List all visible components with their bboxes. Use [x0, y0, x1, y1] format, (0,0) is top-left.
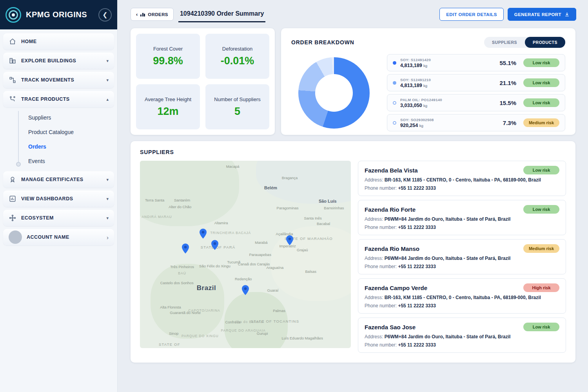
order-breakdown-title: ORDER BREAKDOWN — [291, 39, 354, 45]
avatar — [9, 230, 22, 244]
product-percent: 21.1% — [499, 80, 516, 86]
topbar-actions: EDIT ORDER DETAILS GENERATE REPORT — [439, 8, 576, 21]
stat-value: 12m — [157, 105, 178, 118]
map-label: TRINCHEIRA BACAJÁ — [210, 231, 251, 235]
sidebar-item-events[interactable]: Events — [28, 154, 114, 168]
sidebar-item-manage-certificates[interactable]: MANAGE CERTIFICATES ▾ — [3, 171, 114, 188]
product-weight: 920,254 — [400, 123, 418, 128]
phone-value: +55 11 2222 3333 — [398, 185, 436, 191]
tree-line — [18, 111, 19, 164]
phone-value: +55 11 2222 3333 — [398, 303, 436, 309]
map-terrain-patch — [256, 161, 351, 204]
supplier-list: Fazenda Bela Vista Low risk Address: BR-… — [358, 161, 566, 348]
stat-label: Average Tree Height — [145, 96, 191, 102]
sidebar-item-home[interactable]: HOME — [3, 33, 114, 50]
supplier-card[interactable]: Fazenda Bela Vista Low risk Address: BR-… — [358, 161, 566, 196]
product-row[interactable]: SOY: S12491420 4,813,189 kg 55.1% Low ri… — [387, 54, 565, 71]
address-value: P6WM+84 Jardim do Ouro, Itaituba - State… — [385, 256, 511, 261]
risk-badge: Low risk — [523, 58, 559, 67]
stats-panel: Forest Cover 99.8% Deforestation -0.01% … — [131, 28, 275, 135]
product-row[interactable]: PALM OIL: PO1249140 3,033,050 kg 15.5% L… — [387, 94, 565, 111]
sidebar-item-view-dashboards[interactable]: VIEW DASHBOARDS ▾ — [3, 191, 114, 207]
product-row[interactable]: SOY: S12491210 4,813,189 kg 21.1% Low ri… — [387, 74, 565, 91]
back-to-orders-button[interactable]: ‹ ORDERS — [131, 8, 174, 21]
supplier-card[interactable]: Fazenda Campo Verde High risk Address: B… — [358, 278, 566, 314]
tab-suppliers[interactable]: SUPPLIERS — [484, 37, 525, 48]
download-icon — [564, 12, 570, 17]
main-content: ‹ ORDERS 1094210390 Order Summary EDIT O… — [118, 0, 588, 392]
supplier-card[interactable]: Fazenda Rio Forte Low risk Address: P6WM… — [358, 200, 566, 235]
tab-products[interactable]: PRODUCTS — [525, 37, 565, 48]
risk-badge: Low risk — [523, 78, 559, 87]
address-label: Address: — [365, 295, 383, 300]
series-dot-icon — [393, 101, 396, 105]
supplier-name: Fazenda Sao Jose — [365, 324, 416, 330]
product-unit: kg — [423, 64, 427, 68]
sidebar-item-label: VIEW DASHBOARDS — [21, 196, 102, 201]
risk-badge: High risk — [523, 283, 559, 292]
map-pin-icon[interactable] — [182, 243, 189, 255]
trace-route-icon — [9, 95, 16, 103]
stat-value: 99.8% — [153, 55, 183, 67]
order-breakdown-panel: ORDER BREAKDOWN SUPPLIERS PRODUCTS SOY: … — [281, 28, 575, 135]
breakdown-toggle: SUPPLIERS PRODUCTS — [484, 37, 565, 48]
map-label: Bacabal — [317, 221, 330, 226]
product-unit: kg — [423, 103, 427, 108]
kpmg-origins-logo-icon — [5, 7, 21, 23]
chevron-down-icon: ▾ — [106, 216, 109, 221]
topbar: ‹ ORDERS 1094210390 Order Summary EDIT O… — [118, 0, 588, 22]
map-label: Santa Inês — [304, 216, 321, 220]
map-pin-icon[interactable] — [211, 240, 218, 252]
generate-report-button[interactable]: GENERATE REPORT — [508, 8, 576, 21]
product-percent: 7.3% — [503, 120, 516, 126]
sidebar-item-suppliers[interactable]: Suppliers — [28, 110, 114, 125]
chevron-down-icon: ▾ — [106, 58, 109, 64]
sidebar-item-label: MANAGE CERTIFICATES — [21, 177, 102, 182]
map-label: Terra Santa — [145, 198, 164, 202]
map-pin-icon[interactable] — [200, 229, 207, 240]
product-unit: kg — [423, 83, 427, 88]
brand-bar: KPMG ORIGINS ❮ — [0, 0, 117, 29]
generate-report-label: GENERATE REPORT — [514, 12, 561, 17]
chevron-left-icon: ‹ — [136, 11, 138, 17]
chevron-down-icon: ▾ — [106, 196, 109, 201]
product-row[interactable]: SOY: SO29302508 920,254 kg 7.3% Medium r… — [387, 114, 565, 131]
map-label: Bragança — [282, 176, 298, 180]
map-pin-icon[interactable] — [242, 285, 249, 297]
sidebar-item-track-movements[interactable]: TRACK MOVEMENTS ▾ — [3, 72, 114, 88]
sidebar-item-trace-products[interactable]: TRACE PRODUCTS ▴ — [3, 91, 114, 107]
sidebar-item-label: HOME — [21, 39, 109, 44]
address-value: P6WM+84 Jardim do Ouro, Itaituba - State… — [385, 334, 511, 339]
sidebar-item-orders[interactable]: Orders — [28, 139, 114, 154]
home-icon — [9, 38, 16, 45]
back-chip-label: ORDERS — [148, 12, 168, 17]
map-pin-icon[interactable] — [286, 235, 293, 247]
map-label: Guaraí — [267, 288, 278, 292]
sidebar: KPMG ORIGINS ❮ HOME EXPLORE BUILDINGS ▾ … — [0, 0, 118, 392]
map-label: Brazil — [197, 284, 216, 292]
order-breakdown-donut — [298, 57, 370, 129]
product-label: SOY: SO29302508 — [400, 118, 434, 122]
supplier-map[interactable]: MacapáBelémBragançaSão LuísBarreirinhasS… — [140, 161, 351, 348]
address-value: P6WM+84 Jardim do Ouro, Itaituba - State… — [385, 216, 511, 222]
supplier-name: Fazenda Rio Manso — [365, 245, 419, 252]
stat-label: Number of Suppliers — [214, 96, 261, 102]
map-label: Araguaína — [266, 265, 283, 270]
supplier-card[interactable]: Fazenda Rio Manso Medium risk Address: P… — [358, 239, 566, 274]
sidebar-collapse-button[interactable]: ❮ — [98, 8, 112, 22]
address-value: BR-163, KM 1185 - CENTRO, 0 - Centro, It… — [385, 295, 541, 300]
map-label: Santarém — [174, 198, 190, 202]
map-label: STATE OF TOCANTINS — [250, 319, 299, 323]
map-label: BAÚ — [178, 271, 186, 275]
stat-number-of-suppliers: Number of Suppliers 5 — [205, 84, 269, 129]
sidebar-item-account[interactable]: ACCOUNT NAME › — [3, 229, 114, 245]
phone-label: Phone number: — [365, 225, 397, 230]
edit-order-details-button[interactable]: EDIT ORDER DETAILS — [439, 8, 504, 21]
supplier-card[interactable]: Fazenda Sao Jose Low risk Address: P6WM+… — [358, 318, 566, 353]
map-label: Grajaú — [297, 248, 308, 252]
sidebar-item-explore-buildings[interactable]: EXPLORE BUILDINGS ▾ — [3, 53, 114, 69]
sidebar-item-ecosystem[interactable]: ECOSYSTEM ▾ — [3, 210, 114, 226]
product-weight: 4,813,189 — [400, 63, 422, 68]
map-label: Alta Floresta — [160, 305, 181, 309]
sidebar-item-product-catalogue[interactable]: Product Catalogue — [28, 125, 114, 139]
